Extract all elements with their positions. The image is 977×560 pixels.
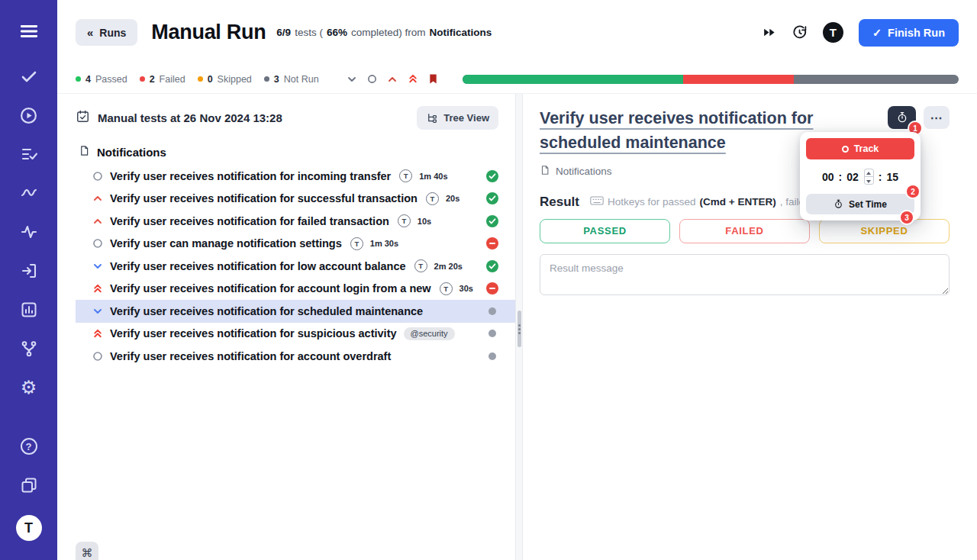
projects-icon[interactable] xyxy=(19,475,39,495)
keyboard-icon xyxy=(590,196,604,208)
priority-critical-icon xyxy=(92,283,103,294)
test-title: Verify user receives notification for su… xyxy=(110,192,418,204)
run-list-icon[interactable] xyxy=(19,144,39,164)
test-row[interactable]: Verify user receives notification for su… xyxy=(76,188,515,211)
status-passed-icon xyxy=(486,260,498,272)
track-button[interactable]: Track xyxy=(806,138,914,159)
test-title: Verify user can manage notification sett… xyxy=(110,237,342,249)
run-progress-summary: 6/9 tests ( 66% completed) from Notifica… xyxy=(276,27,492,38)
failed-dot-icon xyxy=(140,76,145,82)
status-passed-icon xyxy=(486,192,498,204)
test-row[interactable]: Verify user receives notification for ac… xyxy=(76,278,515,301)
test-title: Verify user receives notification for lo… xyxy=(110,260,406,272)
set-time-button[interactable]: Set Time xyxy=(806,194,914,214)
panel-divider[interactable] xyxy=(515,94,523,560)
time-tracking-popup: Track 00 : 02 : 15 Set Time 2 xyxy=(800,132,921,220)
priority-normal-filter-icon[interactable] xyxy=(367,74,377,84)
test-tag: @security xyxy=(404,327,455,340)
main: « Runs Manual Run 6/9 tests ( 66% comple… xyxy=(57,0,977,560)
percent-complete: 66% xyxy=(327,27,347,38)
priority-critical-filter-icon[interactable] xyxy=(408,73,418,85)
back-to-runs-button[interactable]: « Runs xyxy=(76,19,137,46)
test-duration: 20s xyxy=(446,194,459,203)
hotkeys-cmd-button[interactable]: ⌘ xyxy=(76,542,98,560)
suite-section[interactable]: Notifications xyxy=(79,145,515,159)
priority-high-filter-icon[interactable] xyxy=(387,74,398,85)
testomat-badge-icon: T xyxy=(398,214,411,227)
result-message-input[interactable] xyxy=(540,254,950,295)
test-row[interactable]: Verify user receives notification for su… xyxy=(76,323,515,346)
status-failed-icon xyxy=(486,282,498,294)
time-input[interactable]: 00 : 02 : 15 xyxy=(806,169,914,185)
retry-timer-icon[interactable] xyxy=(792,24,808,40)
minutes-stepper[interactable] xyxy=(864,169,874,185)
menu-icon[interactable] xyxy=(19,21,39,41)
run-icon[interactable] xyxy=(19,105,39,125)
tree-view-button[interactable]: Tree View xyxy=(417,106,498,130)
cmd-icon: ⌘ xyxy=(82,546,93,559)
testomat-badge-icon: T xyxy=(399,169,412,182)
brand-logo-icon[interactable]: T xyxy=(823,22,843,43)
settings-icon[interactable]: ⚙ xyxy=(19,378,39,397)
timer-button[interactable]: 1 xyxy=(888,106,916,129)
list-header: Manual tests at 26 Nov 2024 13:28 Tree V… xyxy=(76,101,515,134)
test-row[interactable]: Verify user receives notification for lo… xyxy=(76,255,515,278)
test-title: Verify user receives notification for ac… xyxy=(110,350,391,362)
test-title: Verify user receives notification for ac… xyxy=(110,282,431,294)
passed-stat[interactable]: 4 Passed xyxy=(76,74,127,85)
fast-forward-icon[interactable] xyxy=(762,25,776,40)
detail-actions: 1 ⋯ xyxy=(888,106,950,129)
bookmark-icon[interactable] xyxy=(428,73,438,85)
more-options-button[interactable]: ⋯ xyxy=(924,106,950,129)
run-progress-bar xyxy=(463,75,959,84)
priority-critical-icon xyxy=(92,328,103,339)
step-badge-3: 3 xyxy=(901,211,913,224)
test-duration: 1m 40s xyxy=(419,172,447,181)
test-row[interactable]: Verify user can manage notification sett… xyxy=(76,233,515,256)
test-title: Verify user receives notification for sc… xyxy=(110,305,423,317)
test-duration: 1m 30s xyxy=(370,239,398,248)
sign-in-icon[interactable] xyxy=(19,261,39,281)
hours-value[interactable]: 00 xyxy=(822,171,834,183)
app-logo[interactable]: T xyxy=(16,515,42,541)
test-duration: 2m 20s xyxy=(434,262,463,271)
priority-high-icon xyxy=(92,216,103,227)
analytics-icon[interactable] xyxy=(19,222,39,242)
minutes-value[interactable]: 02 xyxy=(846,171,859,183)
tests-icon[interactable] xyxy=(19,66,39,86)
testomat-badge-icon: T xyxy=(414,259,427,272)
test-row[interactable]: Verify user receives notification for fa… xyxy=(76,210,515,233)
notrun-stat[interactable]: 3 Not Run xyxy=(264,74,319,85)
skipped-stat[interactable]: 0 Skipped xyxy=(198,74,252,85)
testomat-badge-icon: T xyxy=(426,192,439,205)
file-icon xyxy=(540,165,550,178)
back-chevrons-icon: « xyxy=(87,26,93,39)
passed-button[interactable]: PASSED xyxy=(540,219,670,243)
priority-low-icon xyxy=(92,261,103,272)
test-title: Verify user receives notification for fa… xyxy=(110,215,389,227)
file-icon xyxy=(79,145,90,159)
reports-icon[interactable] xyxy=(19,300,39,320)
test-title: Verify user receives notification for su… xyxy=(110,327,397,340)
passed-dot-icon xyxy=(76,76,81,82)
test-detail-panel: Verify user receives notification for sc… xyxy=(523,94,977,560)
finish-run-button[interactable]: ✓ Finish Run xyxy=(859,19,959,47)
branches-icon[interactable] xyxy=(19,339,39,359)
testomat-badge-icon: T xyxy=(350,237,363,250)
seconds-value[interactable]: 15 xyxy=(886,171,898,183)
help-icon[interactable]: ? xyxy=(19,436,39,456)
test-row[interactable]: Verify user receives notification for ac… xyxy=(76,345,515,368)
skipped-button[interactable]: SKIPPED xyxy=(819,219,950,243)
priority-normal-icon xyxy=(92,238,103,249)
calendar-check-icon xyxy=(76,109,90,127)
test-list-panel: Manual tests at 26 Nov 2024 13:28 Tree V… xyxy=(57,94,515,560)
failed-button[interactable]: FAILED xyxy=(679,219,810,243)
verdict-buttons: PASSED FAILED SKIPPED xyxy=(540,219,950,243)
test-row-selected[interactable]: Verify user receives notification for sc… xyxy=(76,300,515,323)
progress-failed-segment xyxy=(683,75,793,84)
steps-icon[interactable] xyxy=(19,183,39,203)
test-row[interactable]: Verify user receives notification for in… xyxy=(76,165,515,188)
failed-stat[interactable]: 2 Failed xyxy=(140,74,185,85)
collapse-chevron-icon[interactable] xyxy=(347,74,357,85)
test-title: Verify user receives notification for in… xyxy=(110,170,391,182)
